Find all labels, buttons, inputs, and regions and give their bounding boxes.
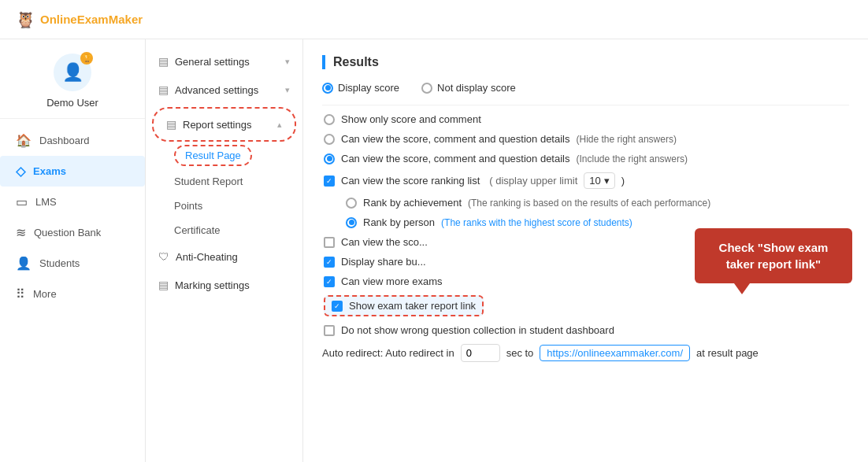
sidebar-item-label: Dashboard	[39, 135, 90, 146]
view-score-hide-label2: (Hide the right answers)	[577, 134, 677, 145]
marking-settings-icon: ▤	[158, 279, 169, 291]
view-score-include-label: Can view the score, comment and question…	[341, 153, 570, 164]
rank-person-label2: (The ranks with the highest score of stu…	[441, 217, 632, 228]
question-bank-icon: ≋	[16, 225, 26, 240]
rank-person-label: Rank by person	[363, 216, 435, 228]
general-settings-icon: ▤	[158, 55, 169, 68]
nav-items: 🏠 Dashboard ◇ Exams ▭ LMS ≋ Question Ban…	[0, 119, 145, 316]
radio-display-score[interactable]: Display score	[322, 82, 399, 94]
view-score-include-label2: (Include the right answers)	[577, 153, 688, 164]
ranking-list-label: Can view the score ranking list	[341, 175, 480, 187]
not-display-score-label: Not display score	[437, 82, 516, 94]
menu-item-report-settings[interactable]: ▤ Report settings ▴	[154, 110, 295, 139]
radio-not-display-score-circle	[421, 83, 432, 94]
sidebar-item-label: More	[33, 288, 57, 300]
checkbox-view-score-link	[324, 237, 335, 248]
option-view-score-include[interactable]: Can view the score, comment and question…	[322, 153, 849, 164]
main-content: Results Display score Not display score …	[303, 39, 868, 462]
option-rank-person[interactable]: Rank by person (The ranks with the highe…	[322, 216, 849, 228]
menu-item-marking-settings[interactable]: ▤ Marking settings	[146, 271, 302, 299]
checkbox-view-more-exams: ✓	[324, 276, 335, 287]
radio-not-display-score[interactable]: Not display score	[421, 82, 516, 94]
chevron-up-icon: ▴	[277, 120, 282, 130]
report-settings-submenu: Result Page Student Report Points Certif…	[146, 145, 302, 242]
advanced-settings-icon: ▤	[158, 83, 169, 96]
option-show-exam-taker-link[interactable]: ✓ Show exam taker report link	[322, 295, 849, 316]
display-score-label: Display score	[338, 82, 399, 94]
callout-text: Check "Show exam taker report link"	[719, 241, 829, 271]
radio-rank-achievement	[346, 198, 357, 209]
radio-rank-person	[346, 217, 357, 228]
menu-item-advanced-settings[interactable]: ▤ Advanced settings ▾	[146, 76, 302, 104]
sidebar-item-question-bank[interactable]: ≋ Question Bank	[0, 217, 145, 248]
sidebar-item-label: LMS	[35, 196, 57, 208]
sidebar-item-dashboard[interactable]: 🏠 Dashboard	[0, 125, 145, 156]
do-not-show-wrong-label: Do not show wrong question collection in…	[341, 324, 614, 336]
checkbox-show-exam-taker-link: ✓	[332, 301, 343, 312]
advanced-settings-label: Advanced settings	[175, 84, 258, 96]
sidebar-item-students[interactable]: 👤 Students	[0, 248, 145, 279]
section-title: Results	[322, 55, 849, 69]
option-ranking-list[interactable]: ✓ Can view the score ranking list ( disp…	[322, 172, 849, 189]
home-icon: 🏠	[16, 133, 32, 148]
view-score-link-label: Can view the sco...	[341, 236, 428, 248]
students-icon: 👤	[16, 256, 32, 271]
checkbox-display-share: ✓	[324, 257, 335, 268]
checkbox-ranking-list: ✓	[324, 176, 335, 187]
show-exam-taker-link-label: Show exam taker report link	[349, 300, 476, 312]
anti-cheating-icon: 🛡	[158, 250, 169, 263]
menu-item-anti-cheating[interactable]: 🛡 Anti-Cheating	[146, 242, 302, 271]
report-settings-label: Report settings	[183, 119, 251, 131]
option-show-only-score[interactable]: Show only score and comment	[322, 113, 849, 125]
radio-show-only-score	[324, 114, 335, 125]
auto-redirect-row: Auto redirect: Auto redirect in sec to h…	[322, 344, 849, 362]
auto-redirect-label: Auto redirect: Auto redirect in	[322, 347, 454, 359]
logo: 🦉 OnlineExamMaker	[16, 10, 143, 29]
chevron-down-icon: ▾	[285, 57, 290, 67]
user-section: 👤 🏆 Demo User	[0, 39, 145, 119]
submenu-item-points[interactable]: Points	[174, 194, 302, 218]
sidebar-item-lms[interactable]: ▭ LMS	[0, 187, 145, 217]
checkbox-do-not-show-wrong	[324, 325, 335, 336]
rank-achievement-label2: (The ranking is based on the results of …	[468, 198, 710, 209]
username: Demo User	[46, 97, 98, 109]
avatar: 👤 🏆	[54, 54, 91, 91]
menu-item-general-settings[interactable]: ▤ General settings ▾	[146, 47, 302, 76]
option-do-not-show-wrong[interactable]: Do not show wrong question collection in…	[322, 324, 849, 336]
rank-achievement-label: Rank by achievement	[363, 197, 462, 209]
view-score-hide-label: Can view the score, comment and question…	[341, 133, 570, 145]
inner-sidebar: ▤ General settings ▾ ▤ Advanced settings…	[146, 39, 303, 462]
chevron-down-icon: ▾	[285, 85, 290, 95]
option-view-score-hide[interactable]: Can view the score, comment and question…	[322, 133, 849, 145]
marking-settings-label: Marking settings	[175, 279, 250, 291]
report-settings-icon: ▤	[166, 118, 176, 131]
auto-redirect-input[interactable]	[461, 344, 500, 362]
logo-text: OnlineExamMaker	[40, 13, 143, 26]
lms-icon: ▭	[16, 194, 28, 209]
more-icon: ⠿	[16, 286, 25, 301]
topbar: 🦉 OnlineExamMaker	[0, 0, 868, 39]
sidebar-item-label: Question Bank	[34, 227, 101, 238]
sidebar-item-more[interactable]: ⠿ More	[0, 279, 145, 309]
display-share-label: Display share bu...	[341, 256, 426, 268]
auto-redirect-link[interactable]: https://onlineexammaker.com/	[540, 345, 690, 361]
general-settings-label: General settings	[175, 56, 250, 68]
sidebar-item-exams[interactable]: ◇ Exams	[0, 156, 145, 187]
option-rank-achievement[interactable]: Rank by achievement (The ranking is base…	[322, 197, 849, 209]
auto-redirect-suffix: at result page	[696, 347, 759, 359]
view-more-exams-label: Can view more exams	[341, 275, 443, 287]
radio-view-score-include	[324, 153, 335, 164]
left-sidebar: 👤 🏆 Demo User 🏠 Dashboard ◇ Exams ▭ LMS …	[0, 39, 146, 462]
ranking-paren-end: )	[621, 175, 625, 187]
avatar-badge: 🏆	[80, 52, 93, 65]
ranking-paren-label: ( display upper limit	[489, 175, 577, 187]
submenu-item-certificate[interactable]: Certificate	[174, 218, 302, 242]
radio-display-score-circle	[322, 83, 333, 94]
show-only-score-label: Show only score and comment	[341, 113, 481, 125]
submenu-item-result-page[interactable]: Result Page	[174, 145, 252, 166]
radio-view-score-hide	[324, 134, 335, 145]
exams-icon: ◇	[16, 164, 25, 179]
report-settings-circle: ▤ Report settings ▴	[152, 107, 296, 142]
submenu-item-student-report[interactable]: Student Report	[174, 169, 302, 194]
ranking-limit-select[interactable]: 10 ▾	[584, 172, 614, 189]
